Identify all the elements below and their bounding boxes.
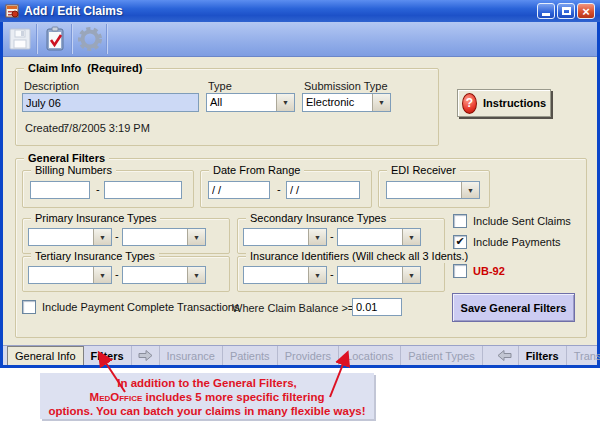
instructions-button-label: Instructions: [483, 97, 546, 109]
secondary-insurance-to-select[interactable]: ▼: [337, 228, 421, 246]
insurance-identifiers-to-value: [338, 267, 402, 283]
include-payment-complete-row: Include Payment Complete Transactions: [22, 300, 240, 314]
tab-transactions[interactable]: Transactions: [567, 346, 600, 365]
date-from-range-legend: Date From Range: [209, 164, 304, 177]
toolbar-separator: [106, 24, 108, 54]
close-icon: ×: [582, 5, 590, 18]
description-input[interactable]: [22, 93, 199, 112]
tab-filters-2[interactable]: Filters: [519, 346, 567, 365]
edi-receiver-select[interactable]: ▼: [386, 181, 480, 199]
insurance-identifiers-to-select[interactable]: ▼: [337, 266, 421, 284]
insurance-identifiers-from-value: [244, 267, 308, 283]
include-payment-complete-label: Include Payment Complete Transactions: [42, 301, 240, 313]
tertiary-insurance-to-select[interactable]: ▼: [122, 266, 206, 284]
include-payment-complete-checkbox[interactable]: [22, 300, 36, 314]
date-to-input[interactable]: [286, 181, 360, 199]
dropdown-arrow-icon: ▼: [93, 267, 111, 283]
primary-insurance-legend: Primary Insurance Types: [31, 212, 160, 225]
tertiary-insurance-from-select[interactable]: ▼: [28, 266, 112, 284]
toolbar: [3, 22, 597, 57]
post-check-icon: [43, 26, 67, 52]
dropdown-arrow-icon: ▼: [308, 229, 326, 245]
secondary-insurance-from-value: [244, 229, 308, 245]
include-payments-label: Include Payments: [473, 236, 560, 248]
description-label: Description: [24, 80, 79, 92]
primary-insurance-dash: -: [115, 230, 119, 242]
billing-numbers-legend: Billing Numbers: [31, 164, 116, 177]
secondary-insurance-to-value: [338, 229, 402, 245]
dropdown-arrow-icon: ▼: [308, 267, 326, 283]
save-button[interactable]: [3, 22, 36, 56]
include-sent-claims-checkbox[interactable]: [453, 214, 467, 228]
edi-receiver-legend: EDI Receiver: [387, 164, 460, 177]
save-icon: [8, 27, 32, 51]
insurance-identifiers-from-select[interactable]: ▼: [243, 266, 327, 284]
created-value: 7/8/2005 3:19 PM: [63, 122, 150, 134]
type-select[interactable]: All ▼: [206, 93, 295, 112]
edi-receiver-select-value: [387, 182, 461, 198]
annotation-brand: MedOffice: [90, 391, 143, 403]
maximize-icon: [562, 7, 571, 15]
billing-number-to-input[interactable]: [104, 181, 182, 199]
claim-balance-input[interactable]: [352, 298, 402, 316]
secondary-insurance-dash: -: [330, 230, 334, 242]
minimize-icon: [542, 13, 550, 16]
tab-filters-1[interactable]: Filters: [84, 346, 132, 365]
submission-type-select-value: Electronic: [303, 94, 372, 111]
instructions-button[interactable]: ? Instructions: [457, 89, 551, 117]
tab-patients[interactable]: Patients: [223, 346, 278, 365]
created-label: Created:: [25, 122, 67, 134]
tab-general-info[interactable]: General Info: [7, 346, 84, 365]
secondary-insurance-from-select[interactable]: ▼: [243, 228, 327, 246]
arrow-left-icon: [496, 349, 513, 362]
annotation-line3: options. You can batch your claims in ma…: [40, 404, 374, 418]
primary-insurance-to-value: [123, 229, 187, 245]
dropdown-arrow-icon: ▼: [187, 229, 205, 245]
close-button[interactable]: ×: [577, 3, 595, 19]
checkmark-icon: ✔: [455, 236, 464, 246]
tab-providers[interactable]: Providers: [278, 346, 339, 365]
ub92-label: UB-92: [473, 265, 505, 277]
save-general-filters-button[interactable]: Save General Filters: [452, 293, 575, 322]
post-claims-button[interactable]: [38, 22, 71, 56]
date-from-input[interactable]: [208, 181, 270, 199]
tab-patient-types[interactable]: Patient Types: [401, 346, 482, 365]
ub92-row: UB-92: [453, 264, 505, 278]
dropdown-arrow-icon: ▼: [372, 94, 390, 111]
arrow-right-icon: [137, 349, 154, 362]
page: Add / Edit Claims ×: [0, 0, 600, 422]
tab-insurance[interactable]: Insurance: [160, 346, 223, 365]
tab-bar: General Info Filters Insurance Patients …: [3, 345, 597, 365]
insurance-identifiers-legend: Insurance Identifiers (Will check all 3 …: [246, 250, 472, 263]
dropdown-arrow-icon: ▼: [461, 182, 479, 198]
ub92-checkbox[interactable]: [453, 264, 467, 278]
maximize-button[interactable]: [557, 3, 575, 19]
tertiary-insurance-legend: Tertiary Insurance Types: [31, 250, 159, 263]
help-question-icon: ?: [462, 93, 477, 114]
dropdown-arrow-icon: ▼: [402, 267, 420, 283]
tab-scroll-left-button[interactable]: [491, 346, 519, 365]
settings-button[interactable]: [73, 22, 106, 56]
dropdown-arrow-icon: ▼: [187, 267, 205, 283]
dropdown-arrow-icon: ▼: [402, 229, 420, 245]
include-sent-claims-row: Include Sent Claims: [453, 214, 571, 228]
claim-balance-label: Where Claim Balance >=: [232, 302, 354, 314]
secondary-insurance-legend: Secondary Insurance Types: [246, 212, 390, 225]
minimize-button[interactable]: [537, 3, 555, 19]
submission-type-select[interactable]: Electronic ▼: [302, 93, 391, 112]
annotation-line1: In addition to the General Filters,: [40, 376, 374, 390]
dropdown-arrow-icon: ▼: [93, 229, 111, 245]
app-icon: [5, 4, 20, 19]
primary-insurance-from-select[interactable]: ▼: [28, 228, 112, 246]
claim-info-legend: Claim Info (Required): [24, 62, 146, 75]
tab-locations[interactable]: Locations: [339, 346, 401, 365]
include-payments-checkbox[interactable]: ✔: [453, 235, 467, 249]
insurance-identifiers-dash: -: [330, 268, 334, 280]
tertiary-insurance-dash: -: [115, 268, 119, 280]
window-controls: ×: [537, 3, 595, 19]
billing-number-from-input[interactable]: [30, 181, 90, 199]
save-general-filters-label: Save General Filters: [461, 302, 567, 314]
primary-insurance-to-select[interactable]: ▼: [122, 228, 206, 246]
tab-scroll-right-button[interactable]: [132, 346, 160, 365]
annotation-callout: In addition to the General Filters, MedO…: [40, 373, 374, 419]
